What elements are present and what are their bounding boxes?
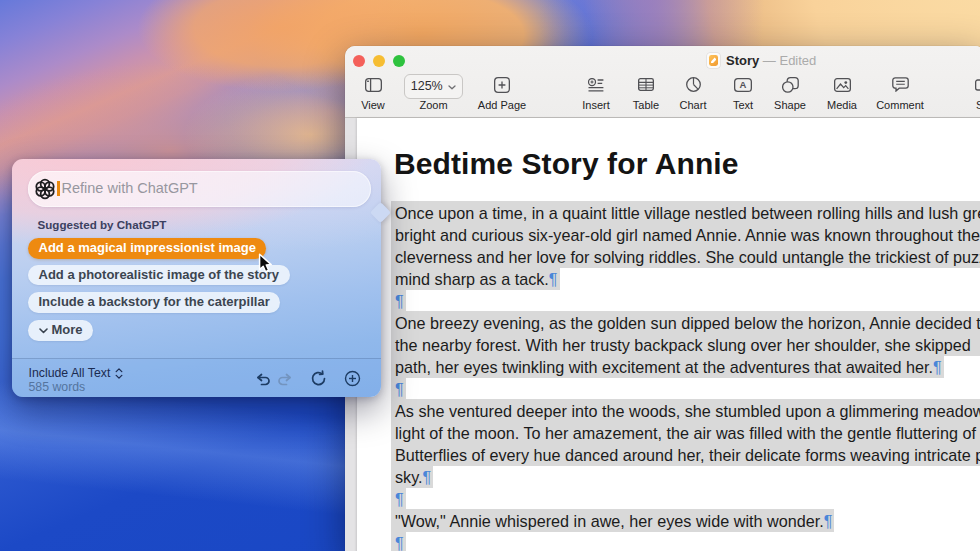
svg-text:A: A bbox=[740, 79, 747, 90]
